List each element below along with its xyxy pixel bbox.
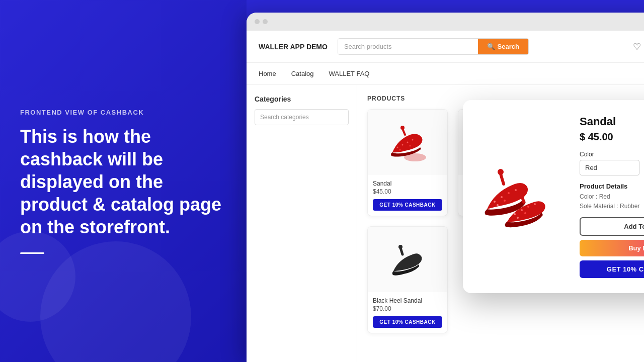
svg-point-22 <box>501 196 503 198</box>
device-bar <box>247 13 644 31</box>
product-cashback-btn-0[interactable]: GET 10% CASHBACK <box>373 199 442 211</box>
product-detail-sole: Sole Material : Rubber <box>580 202 644 211</box>
nav-wallet-faq[interactable]: WALLET FAQ <box>329 70 370 77</box>
svg-point-6 <box>412 139 414 141</box>
svg-point-33 <box>517 217 519 219</box>
product-card-body-3: Black Heel Sandal $70.00 GET 10% CASHBAC… <box>368 292 447 333</box>
svg-point-2 <box>400 126 405 130</box>
categories-sidebar: Categories <box>247 85 357 362</box>
left-label: FRONTEND VIEW OF CASHBACK <box>20 109 226 116</box>
search-bar: 🔍 Search <box>338 38 529 55</box>
svg-point-8 <box>410 145 411 147</box>
product-card-3[interactable]: Black Heel Sandal $70.00 GET 10% CASHBAC… <box>367 226 448 333</box>
product-card-0[interactable]: Sandal $45.00 GET 10% CASHBACK <box>367 109 448 216</box>
product-details-heading: Product Details <box>580 183 644 190</box>
color-label: Color <box>580 151 639 158</box>
product-options: Color Size <box>580 151 644 175</box>
product-name-3: Black Heel Sandal <box>373 297 442 304</box>
header-right: ♡ 👤 <box>633 41 644 52</box>
product-detail-popup: Sandal $ 45.00 Color Size Product Detail… <box>463 100 644 293</box>
svg-point-29 <box>514 213 516 215</box>
svg-line-19 <box>501 174 504 184</box>
svg-point-26 <box>504 200 506 202</box>
color-input[interactable] <box>580 160 639 175</box>
svg-point-34 <box>524 212 526 214</box>
device-dot-2 <box>263 19 268 24</box>
add-to-cart-button[interactable]: Add To Cart <box>580 217 644 236</box>
product-detail-color: Color : Red <box>580 192 644 202</box>
svg-point-30 <box>521 209 523 211</box>
svg-point-20 <box>498 169 504 175</box>
sandal-icon <box>387 120 428 165</box>
storefront: WALLER APP DEMO 🔍 Search ♡ 👤 Home Catalo… <box>247 31 644 362</box>
device-dot-1 <box>255 19 260 24</box>
search-button[interactable]: 🔍 Search <box>478 39 528 54</box>
product-cashback-btn-3[interactable]: GET 10% CASHBACK <box>373 316 442 328</box>
main-nav: Home Catalog WALLET FAQ <box>247 63 644 85</box>
product-img-3 <box>368 227 447 292</box>
store-logo: WALLER APP DEMO <box>259 43 328 51</box>
svg-point-18 <box>398 245 403 249</box>
svg-point-31 <box>527 206 529 208</box>
product-detail-image <box>477 115 568 278</box>
search-input[interactable] <box>338 39 478 54</box>
search-icon: 🔍 <box>487 43 495 50</box>
product-detail-shoes-icon <box>479 154 565 239</box>
search-btn-label: Search <box>498 43 519 50</box>
categories-title: Categories <box>255 95 349 103</box>
product-detail-info: Sandal $ 45.00 Color Size Product Detail… <box>580 115 644 278</box>
left-panel: FRONTEND VIEW OF CASHBACK This is how th… <box>0 0 247 362</box>
svg-point-7 <box>399 149 401 151</box>
svg-point-21 <box>494 201 496 203</box>
category-search-input[interactable] <box>255 109 349 125</box>
svg-point-4 <box>402 144 404 146</box>
product-price-3: $70.00 <box>373 305 442 312</box>
product-price-0: $45.00 <box>373 188 442 195</box>
product-img-0 <box>368 110 447 175</box>
heart-icon[interactable]: ♡ <box>633 41 641 52</box>
svg-point-32 <box>534 203 536 205</box>
nav-catalog[interactable]: Catalog <box>291 70 314 77</box>
black-heel-icon <box>387 237 428 282</box>
svg-point-28 <box>518 187 524 193</box>
svg-point-23 <box>508 192 510 194</box>
detail-product-name: Sandal <box>580 115 644 128</box>
detail-product-price: $ 45.00 <box>580 131 644 143</box>
product-card-body-0: Sandal $45.00 GET 10% CASHBACK <box>368 175 447 216</box>
svg-point-24 <box>515 189 517 191</box>
left-heading: This is how the cashback will be display… <box>20 125 226 238</box>
svg-point-25 <box>497 204 499 206</box>
storefront-header: WALLER APP DEMO 🔍 Search ♡ 👤 <box>247 31 644 63</box>
buy-now-button[interactable]: Buy Now <box>580 240 644 256</box>
nav-home[interactable]: Home <box>259 70 276 77</box>
cashback-button[interactable]: GET 10% CASHBACK <box>580 260 644 278</box>
main-content: Categories PRODUCTS <box>247 85 644 362</box>
color-option: Color <box>580 151 639 175</box>
product-name-0: Sandal <box>373 180 442 187</box>
svg-point-3 <box>397 147 398 148</box>
device-mockup: WALLER APP DEMO 🔍 Search ♡ 👤 Home Catalo… <box>247 13 644 362</box>
svg-point-5 <box>407 142 409 143</box>
